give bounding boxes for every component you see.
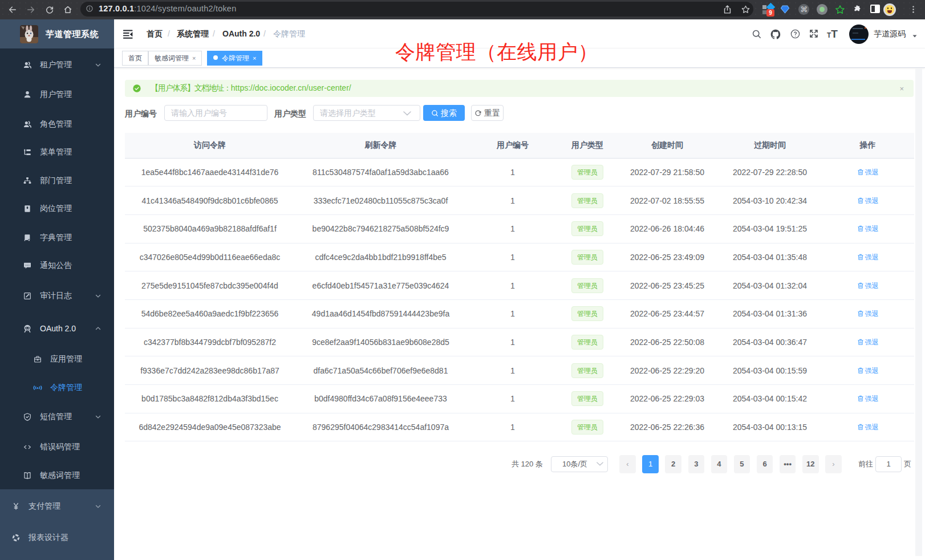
svg-text:a: a <box>36 386 39 389</box>
